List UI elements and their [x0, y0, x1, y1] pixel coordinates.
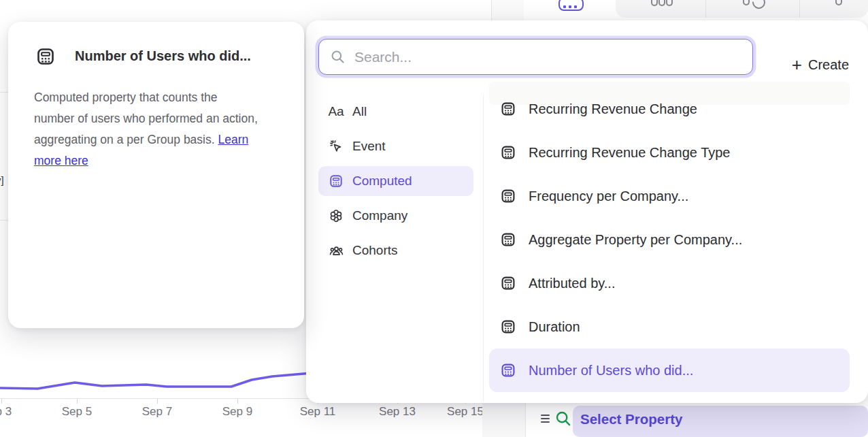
create-button[interactable]: + Create [792, 56, 849, 74]
tooltip-title: Number of Users who did... [75, 48, 251, 64]
axis-tick [237, 399, 238, 404]
calculator-icon [35, 46, 56, 67]
result-recurring-revenue-change-type[interactable]: Recurring Revenue Change Type [489, 131, 850, 174]
plus-icon: + [792, 56, 802, 74]
company-bloom-icon [328, 208, 344, 223]
search-input[interactable]: Search... [318, 39, 753, 75]
result-label: Aggregate Property per Company... [529, 232, 742, 248]
cursor-spark-icon [328, 139, 344, 154]
category-computed[interactable]: Computed [318, 166, 473, 196]
property-tooltip-card: Number of Users who did... Computed prop… [8, 22, 304, 328]
select-property-label[interactable]: Select Property [580, 411, 682, 427]
panel-gutter [492, 0, 524, 20]
result-label: Duration [529, 319, 580, 335]
calculator-icon [500, 275, 516, 291]
category-all[interactable]: Aa All [318, 97, 473, 127]
result-recurring-revenue-change[interactable]: Recurring Revenue Change [489, 87, 850, 131]
tooltip-description: Computed property that counts the number… [34, 87, 271, 172]
search-icon [330, 49, 346, 65]
x-axis-label: Sep 15 [447, 405, 484, 419]
tab-divider [705, 0, 706, 18]
calculator-icon [500, 101, 516, 117]
x-axis-label: Sep 3 [0, 405, 12, 419]
background-divider [0, 220, 8, 221]
category-label: All [352, 104, 367, 119]
calculator-icon [328, 174, 344, 189]
category-label: Cohorts [352, 243, 398, 258]
people-group-icon [328, 243, 344, 259]
panel-gutter [482, 400, 525, 437]
x-axis-label: Sep 9 [222, 405, 252, 419]
category-label: Computed [352, 174, 412, 189]
create-button-label: Create [808, 57, 849, 73]
category-cohorts[interactable]: Cohorts [318, 236, 473, 265]
result-attributed-by[interactable]: Attributed by... [489, 261, 850, 305]
x-axis-label: Sep 11 [300, 405, 336, 419]
property-search-icon[interactable] [554, 410, 572, 427]
chart-line [0, 373, 312, 389]
category-company[interactable]: Company [318, 201, 473, 231]
search-placeholder: Search... [354, 49, 412, 65]
description-line: Computed property that counts the [34, 91, 217, 104]
result-aggregate-property-per-company[interactable]: Aggregate Property per Company... [489, 218, 850, 261]
list-divider [483, 95, 484, 402]
category-event[interactable]: Event [318, 131, 473, 161]
result-label: Frequency per Company... [529, 189, 688, 204]
result-duration[interactable]: Duration [489, 305, 850, 349]
result-label: Attributed by... [529, 276, 615, 291]
calculator-icon [500, 231, 516, 248]
calculator-icon [500, 188, 516, 204]
axis-tick [157, 399, 158, 404]
category-label: Event [352, 139, 386, 154]
metric-tab-icon[interactable] [558, 0, 584, 11]
description-line: number of users who performed an action, [34, 112, 258, 125]
x-axis-label: Sep 5 [62, 405, 92, 419]
result-label: Recurring Revenue Change [529, 101, 697, 117]
results-list: Recurring Revenue Change Recurring Reven… [489, 87, 850, 392]
calculator-icon [500, 319, 516, 335]
drag-handle-icon[interactable] [541, 415, 550, 423]
x-axis-label: Sep 13 [379, 405, 416, 419]
calculator-icon [500, 144, 516, 161]
calculator-icon [500, 362, 516, 378]
axis-tick [77, 399, 78, 404]
description-line: aggregating on a per Group basis. [34, 133, 215, 146]
result-label: Number of Users who did... [529, 363, 693, 378]
background-divider [0, 92, 8, 93]
property-picker-panel: Search... + Create Aa All Event Computed [306, 20, 868, 403]
tab-divider [799, 0, 800, 18]
category-label: Company [352, 208, 407, 223]
clipped-background-text: y] [0, 174, 4, 186]
result-frequency-per-company[interactable]: Frequency per Company... [489, 174, 850, 218]
category-list: Aa All Event Computed Company [318, 97, 473, 270]
app-screen: y] Sep 3 Sep 5 Sep 7 Sep 9 Sep 11 Sep 13… [0, 0, 868, 437]
result-label: Recurring Revenue Change Type [529, 145, 730, 161]
result-number-of-users-who-did[interactable]: Number of Users who did... [489, 349, 850, 392]
text-aa-icon: Aa [328, 104, 344, 119]
panel-divider [525, 403, 526, 437]
axis-tick [1, 399, 2, 404]
x-axis-label: Sep 7 [142, 405, 172, 419]
